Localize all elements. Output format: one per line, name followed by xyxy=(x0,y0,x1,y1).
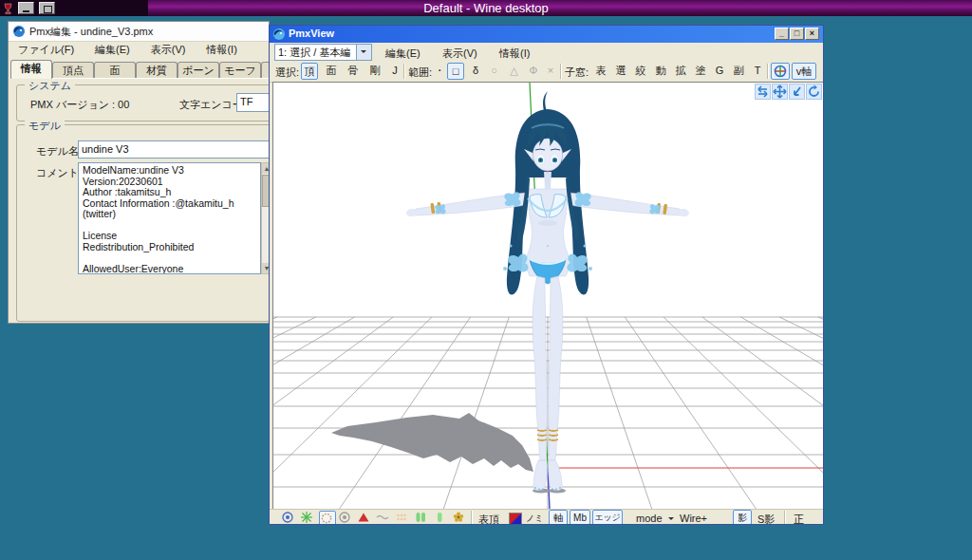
child-display-button[interactable]: 表 xyxy=(593,63,608,80)
combo-dropdown-button[interactable] xyxy=(356,45,371,60)
select-face-button[interactable]: 面 xyxy=(323,63,340,80)
tab-face[interactable]: 面 xyxy=(94,62,136,78)
display-vertex-label[interactable]: 表頂 xyxy=(478,513,499,525)
pmxview-bottombar: 表頂 ノミ 軸 Mb エッジ mode Wire+ 影 S影 正 xyxy=(270,509,824,525)
mode-label[interactable]: mode xyxy=(636,513,663,524)
left-leg xyxy=(533,276,547,460)
3d-viewport[interactable] xyxy=(272,82,824,510)
pmxview-minimize-button[interactable]: _ xyxy=(775,28,789,40)
pmxview-menu-view[interactable]: 表示(V) xyxy=(442,47,477,61)
child-sub-button[interactable]: 副 xyxy=(731,63,746,80)
tab-info[interactable]: 情報 xyxy=(10,60,52,79)
tab-bone[interactable]: ボーン xyxy=(178,62,219,78)
neck xyxy=(544,172,551,189)
pmxview-toolbar: 選択: 頂 面 骨 剛 J 範囲: ・ □ δ ○ △ Φ × 子窓: 表 選 … xyxy=(270,62,823,83)
range-phi-button[interactable]: Φ xyxy=(526,63,541,80)
display-capsule-icon[interactable] xyxy=(433,511,448,525)
system-legend: システム xyxy=(25,79,75,93)
gizmo-toggle-button[interactable] xyxy=(771,63,790,80)
scene-canvas xyxy=(273,83,823,509)
model-shadow xyxy=(331,413,533,472)
tab-material[interactable]: 材質 xyxy=(136,62,178,78)
edit-mode-combo[interactable]: 1: 選択 / 基本編 xyxy=(274,44,372,61)
display-wave-icon[interactable] xyxy=(376,511,391,525)
pmx-app-icon xyxy=(12,25,26,42)
bottombar-separator xyxy=(784,511,785,525)
pmx-edit-window: Pmx編集 - undine_V3.pmx ファイル(F) 編集(E) 表示(V… xyxy=(8,21,270,324)
self-shadow-label[interactable]: S影 xyxy=(757,513,775,525)
camera-zoom-button[interactable] xyxy=(789,84,805,100)
pmxview-titlebar[interactable]: PmxView _ □ × xyxy=(270,26,823,43)
pmxview-menu-edit[interactable]: 編集(E) xyxy=(385,47,421,61)
display-triangle-icon[interactable] xyxy=(357,511,372,525)
comment-label: コメント xyxy=(36,166,79,180)
display-dots-icon[interactable] xyxy=(395,511,410,525)
pmxview-menu-info[interactable]: 情報(I) xyxy=(499,47,530,61)
vertex-color-swatch[interactable] xyxy=(509,513,522,525)
move-icon xyxy=(773,84,787,99)
child-t-button[interactable]: T xyxy=(751,63,764,80)
subwindow-grid-button[interactable] xyxy=(820,63,824,80)
pmx-edit-info-panel: システム PMX バージョン : 00 文字エンコード : TF モデル モデル… xyxy=(9,78,270,324)
pmx-edit-tabs: 情報 頂点 面 材質 ボーン モーフ 表 xyxy=(10,60,270,78)
display-vertex-icon[interactable] xyxy=(281,511,296,525)
child-motion-button[interactable]: 動 xyxy=(653,63,668,80)
camera-pan-button[interactable] xyxy=(755,84,771,100)
menu-edit[interactable]: 編集(E) xyxy=(95,43,130,57)
select-label: 選択: xyxy=(275,65,299,80)
shadow-toggle-button[interactable]: 影 xyxy=(733,510,752,525)
pmxview-close-button[interactable]: × xyxy=(805,28,819,40)
pan-icon xyxy=(756,84,770,99)
encoding-combo[interactable]: TF xyxy=(236,93,270,112)
menu-file[interactable]: ファイル(F) xyxy=(18,43,74,57)
edge-toggle-button[interactable]: エッジ xyxy=(592,510,623,525)
range-label: 範囲: xyxy=(408,65,432,80)
child-select-button[interactable]: 選 xyxy=(613,63,628,80)
front-view-label[interactable]: 正 xyxy=(794,513,804,525)
pmxview-title: PmxView xyxy=(289,28,334,39)
navel xyxy=(547,245,549,247)
mb-toggle-button[interactable]: Mb xyxy=(570,510,590,525)
display-dotted-circle-icon[interactable] xyxy=(319,511,336,525)
edit-mode-value: 1: 選択 / 基本編 xyxy=(278,46,350,60)
pmx-edit-title: Pmx編集 - undine_V3.pmx xyxy=(29,25,153,39)
display-gray-circle-icon[interactable] xyxy=(338,511,353,525)
range-triangle-button[interactable]: △ xyxy=(506,63,522,80)
menu-info[interactable]: 情報(I) xyxy=(206,43,236,57)
range-dot-button[interactable]: ・ xyxy=(434,63,445,80)
vaxis-toggle-button[interactable]: v軸 xyxy=(792,63,816,80)
display-starburst-icon[interactable] xyxy=(300,511,315,525)
child-g-button[interactable]: G xyxy=(713,63,726,80)
tab-vertex[interactable]: 頂点 xyxy=(52,62,94,78)
ahoge xyxy=(543,91,548,111)
toolbar-separator xyxy=(560,64,561,79)
select-vertex-button[interactable]: 頂 xyxy=(301,63,318,80)
select-rigid-button[interactable]: 剛 xyxy=(366,63,383,80)
nomi-label[interactable]: ノミ xyxy=(526,513,543,525)
child-paint-button[interactable]: 塗 xyxy=(693,63,708,80)
tab-morph[interactable]: モーフ xyxy=(219,62,261,78)
menu-view[interactable]: 表示(V) xyxy=(151,43,186,57)
range-delta-button[interactable]: δ xyxy=(468,63,483,80)
range-rect-button[interactable]: □ xyxy=(447,63,464,80)
pmxview-maximize-button[interactable]: □ xyxy=(790,28,804,40)
camera-move-button[interactable] xyxy=(772,84,788,100)
camera-rotate-button[interactable] xyxy=(806,84,822,100)
range-circle-button[interactable]: ○ xyxy=(486,63,502,80)
axis-toggle-button[interactable]: 軸 xyxy=(549,510,568,525)
desktop-title: Default - Wine desktop xyxy=(0,1,972,15)
child-filter-button[interactable]: 絞 xyxy=(633,63,648,80)
display-flower-icon[interactable] xyxy=(452,511,467,525)
display-capsules-icon[interactable] xyxy=(414,511,429,525)
pmx-edit-titlebar[interactable]: Pmx編集 - undine_V3.pmx xyxy=(9,22,269,42)
child-expand-button[interactable]: 拡 xyxy=(673,63,688,80)
chevron-down-icon[interactable] xyxy=(668,517,674,523)
select-joint-button[interactable]: J xyxy=(388,63,402,80)
range-x-button[interactable]: × xyxy=(544,63,557,80)
select-bone-button[interactable]: 骨 xyxy=(345,63,362,80)
comment-textarea[interactable]: ModelName:undine V3 Version:20230601 Aut… xyxy=(78,162,261,274)
wine-taskbar: Default - Wine desktop xyxy=(0,0,972,16)
wire-mode-label[interactable]: Wire+ xyxy=(680,513,707,524)
toolbar-separator xyxy=(767,64,768,79)
model-name-input[interactable]: undine V3 xyxy=(78,140,270,159)
